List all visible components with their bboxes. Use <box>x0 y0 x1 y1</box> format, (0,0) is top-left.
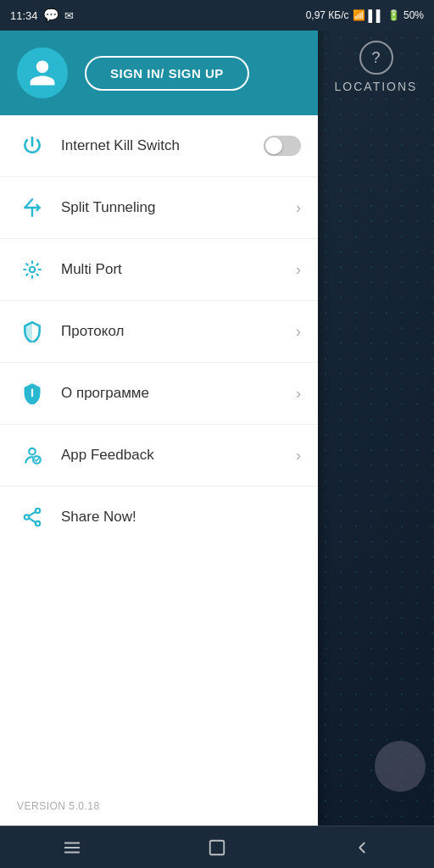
locations-label: LOCATIONS <box>335 80 418 93</box>
share-label: Share Now! <box>61 509 301 526</box>
menu-item-protocol[interactable]: Протокол › <box>0 301 318 363</box>
battery-percent: 50% <box>403 9 424 21</box>
menu-item-split-tunneling[interactable]: Split Tunneling › <box>0 177 318 239</box>
chevron-icon: › <box>296 199 301 217</box>
menu-nav-button[interactable] <box>55 831 89 865</box>
split-tunneling-icon <box>17 192 47 223</box>
chevron-icon: › <box>296 447 301 465</box>
status-bar: 11:34 💬 ✉ 0,97 КБ/с 📶 ▌▌ 🔋 50% <box>0 0 434 31</box>
battery-icon: 🔋 <box>387 9 400 21</box>
whatsapp-icon: 💬 <box>43 8 59 23</box>
status-bar-right: 0,97 КБ/с 📶 ▌▌ 🔋 50% <box>306 9 424 22</box>
shield-half-icon <box>17 316 47 347</box>
menu-item-kill-switch[interactable]: Internet Kill Switch <box>0 115 318 177</box>
kill-switch-toggle[interactable] <box>264 136 301 156</box>
sidebar-header: SIGN IN/ SIGN UP <box>0 31 318 115</box>
about-icon <box>17 378 47 409</box>
toggle-switch[interactable] <box>264 136 301 156</box>
protocol-label: Протокол <box>61 323 296 340</box>
network-speed: 0,97 КБ/с <box>306 9 349 21</box>
menu-item-about[interactable]: О программе › <box>0 363 318 425</box>
menu-item-feedback[interactable]: App Feedback › <box>0 425 318 487</box>
share-icon <box>17 502 47 532</box>
chevron-icon: › <box>296 261 301 279</box>
right-panel: ? LOCATIONS <box>318 31 434 826</box>
main-layout: SIGN IN/ SIGN UP Internet Kill Switch <box>0 31 434 826</box>
kill-switch-label: Internet Kill Switch <box>61 137 264 154</box>
back-nav-button[interactable] <box>345 831 379 865</box>
version-display: VERSION 5.0.18 <box>0 787 318 826</box>
svg-point-0 <box>30 267 36 273</box>
about-label: О программе <box>61 385 296 402</box>
multi-port-label: Multi Port <box>61 261 296 278</box>
svg-point-1 <box>29 448 36 455</box>
avatar[interactable] <box>17 47 68 98</box>
signal-icon: ▌▌ <box>369 9 384 22</box>
chevron-icon: › <box>296 323 301 341</box>
menu-item-share[interactable]: Share Now! <box>0 487 318 548</box>
home-nav-button[interactable] <box>200 831 234 865</box>
user-icon <box>27 58 58 88</box>
help-button[interactable]: ? <box>359 41 393 75</box>
status-bar-left: 11:34 💬 ✉ <box>10 8 74 23</box>
wifi-icon: 📶 <box>353 9 365 21</box>
message-icon: ✉ <box>64 9 74 22</box>
bottom-navigation <box>0 826 434 868</box>
chevron-icon: › <box>296 385 301 403</box>
feedback-label: App Feedback <box>61 447 296 464</box>
menu-item-multi-port[interactable]: Multi Port › <box>0 239 318 301</box>
scroll-indicator[interactable] <box>375 741 426 792</box>
menu-list: Internet Kill Switch Split Tunneling › <box>0 115 318 787</box>
feedback-icon <box>17 440 47 470</box>
power-icon <box>17 131 47 161</box>
svg-rect-6 <box>210 840 225 854</box>
multi-port-icon <box>17 254 47 285</box>
split-tunneling-label: Split Tunneling <box>61 199 296 216</box>
time-display: 11:34 <box>10 9 38 22</box>
sidebar-drawer: SIGN IN/ SIGN UP Internet Kill Switch <box>0 31 318 826</box>
sign-in-button[interactable]: SIGN IN/ SIGN UP <box>85 56 249 91</box>
